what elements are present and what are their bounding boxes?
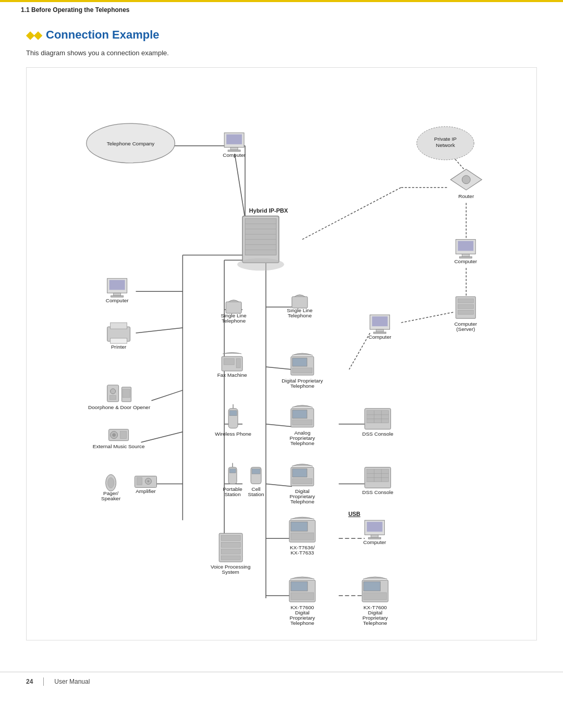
page-content: ◆◆ Connection Example This diagram shows… xyxy=(0,18,563,661)
svg-rect-133 xyxy=(252,469,260,474)
svg-line-8 xyxy=(401,312,454,323)
svg-rect-62 xyxy=(459,256,472,258)
svg-rect-45 xyxy=(245,219,276,255)
svg-text:Telephone: Telephone xyxy=(290,440,314,446)
svg-rect-91 xyxy=(224,359,234,365)
subtitle-text: This diagram shows you a connection exam… xyxy=(26,49,537,57)
svg-text:Hybrid IP-PBX: Hybrid IP-PBX xyxy=(249,207,288,214)
svg-rect-178 xyxy=(291,593,314,600)
svg-line-26 xyxy=(266,367,292,369)
title-diamonds: ◆◆ xyxy=(26,29,42,41)
diagram-svg: text { font-family: Arial, Helvetica, sa… xyxy=(27,68,536,640)
svg-text:Computer: Computer xyxy=(223,152,246,158)
svg-rect-184 xyxy=(364,582,381,591)
svg-line-35 xyxy=(349,333,370,369)
svg-line-14 xyxy=(141,432,183,442)
svg-text:Telephone: Telephone xyxy=(290,620,314,626)
svg-text:Fax Machine: Fax Machine xyxy=(217,372,248,378)
section-title-block: ◆◆ Connection Example xyxy=(26,28,537,42)
svg-text:System: System xyxy=(222,569,239,575)
svg-text:DSS Console: DSS Console xyxy=(362,431,394,437)
svg-rect-78 xyxy=(111,295,124,297)
svg-rect-161 xyxy=(221,549,240,554)
svg-rect-71 xyxy=(372,316,388,326)
svg-rect-40 xyxy=(230,147,238,150)
svg-rect-160 xyxy=(221,542,240,547)
svg-rect-174 xyxy=(369,537,381,539)
svg-line-27 xyxy=(266,424,292,427)
page-title: Connection Example xyxy=(46,28,160,42)
svg-rect-143 xyxy=(367,470,389,482)
svg-rect-65 xyxy=(458,299,473,303)
svg-rect-105 xyxy=(292,420,312,425)
svg-text:External Music Source: External Music Source xyxy=(93,443,145,449)
svg-rect-81 xyxy=(111,323,127,329)
svg-rect-67 xyxy=(458,310,473,314)
svg-rect-110 xyxy=(367,411,389,423)
svg-rect-66 xyxy=(458,304,473,309)
svg-rect-125 xyxy=(120,431,127,439)
svg-point-57 xyxy=(462,176,470,184)
svg-line-13 xyxy=(152,390,183,401)
svg-rect-82 xyxy=(111,338,127,343)
svg-text:Doorphone & Door Opener: Doorphone & Door Opener xyxy=(88,404,151,410)
svg-point-156 xyxy=(148,480,150,483)
svg-rect-73 xyxy=(374,332,386,334)
svg-rect-60 xyxy=(458,241,473,251)
svg-point-117 xyxy=(111,389,116,394)
svg-rect-95 xyxy=(292,358,307,366)
header-section-text: 1.1 Before Operating the Telephones xyxy=(21,6,130,14)
page-footer: 24 User Manual xyxy=(0,672,563,691)
svg-rect-137 xyxy=(292,469,307,477)
svg-text:(Server): (Server) xyxy=(456,326,475,332)
svg-text:Telephone Company: Telephone Company xyxy=(107,141,154,146)
footer-manual-label: User Manual xyxy=(54,678,90,685)
svg-text:Telephone: Telephone xyxy=(290,499,314,504)
svg-line-3 xyxy=(302,188,401,240)
svg-text:Wireless Phone: Wireless Phone xyxy=(215,431,251,437)
svg-text:USB: USB xyxy=(348,511,360,517)
svg-text:Network: Network xyxy=(436,142,455,148)
svg-rect-173 xyxy=(371,535,378,537)
svg-text:Telephone: Telephone xyxy=(363,620,387,626)
svg-text:Speaker: Speaker xyxy=(101,496,121,501)
svg-rect-92 xyxy=(236,359,240,368)
svg-text:DSS Console: DSS Console xyxy=(362,489,394,495)
svg-text:KX-T7633: KX-T7633 xyxy=(290,550,314,556)
svg-text:Private IP: Private IP xyxy=(434,136,457,142)
svg-rect-172 xyxy=(367,522,383,532)
svg-line-12 xyxy=(136,328,183,333)
svg-text:Telephone: Telephone xyxy=(290,383,314,389)
svg-text:Router: Router xyxy=(458,193,474,199)
svg-rect-166 xyxy=(291,522,308,531)
svg-rect-72 xyxy=(376,329,384,332)
svg-text:Computer: Computer xyxy=(363,539,386,545)
svg-point-124 xyxy=(113,434,116,437)
svg-line-2 xyxy=(235,154,245,219)
svg-rect-159 xyxy=(221,535,240,540)
footer-page-number: 24 xyxy=(26,678,33,685)
svg-rect-100 xyxy=(229,411,237,416)
svg-rect-87 xyxy=(292,297,308,308)
svg-text:Computer: Computer xyxy=(106,298,129,303)
footer-divider xyxy=(43,677,44,686)
svg-rect-167 xyxy=(291,533,314,540)
svg-rect-154 xyxy=(137,478,142,485)
svg-rect-41 xyxy=(228,150,240,152)
svg-rect-96 xyxy=(292,368,312,373)
svg-rect-128 xyxy=(229,469,236,473)
svg-text:Computer: Computer xyxy=(454,258,477,264)
svg-rect-120 xyxy=(123,389,130,398)
svg-text:Computer: Computer xyxy=(369,334,391,340)
svg-rect-162 xyxy=(221,556,240,560)
svg-point-52 xyxy=(237,258,284,270)
svg-rect-185 xyxy=(364,593,387,600)
svg-text:Station: Station xyxy=(225,491,241,497)
svg-text:Station: Station xyxy=(248,491,264,497)
svg-text:Telephone: Telephone xyxy=(288,313,312,318)
section-header: 1.1 Before Operating the Telephones xyxy=(0,0,563,18)
svg-rect-118 xyxy=(110,396,116,400)
svg-rect-77 xyxy=(114,293,121,295)
svg-text:Telephone: Telephone xyxy=(222,318,246,324)
svg-rect-84 xyxy=(226,302,241,313)
